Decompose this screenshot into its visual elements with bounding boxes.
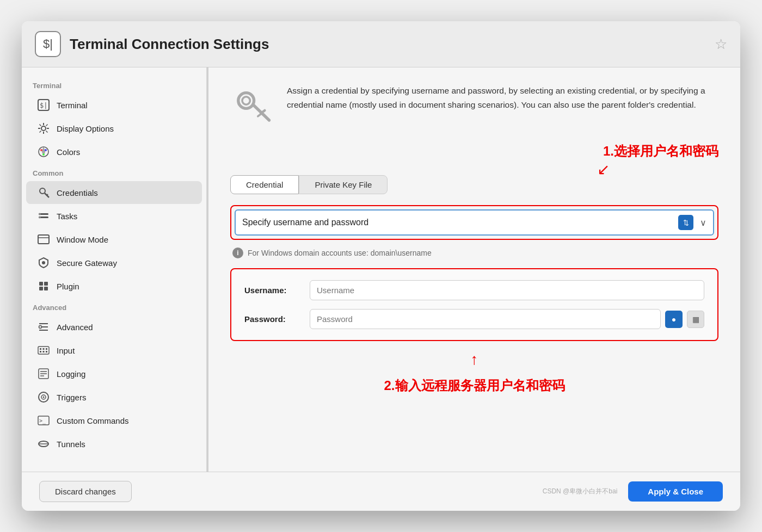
svg-rect-33 [38, 347, 49, 354]
arrow-2: ↑ [230, 351, 718, 368]
sidebar-item-colors[interactable]: Colors [26, 140, 202, 163]
hint-text: For Windows domain accounts use: domain\… [248, 249, 432, 257]
password-row: Password: ● ▦ [244, 309, 704, 329]
sidebar-item-label: Secure Gateway [57, 258, 117, 268]
sidebar-item-label: Plugin [57, 282, 79, 291]
sidebar-item-plugin[interactable]: Plugin [26, 275, 202, 298]
sidebar-item-label: Colors [57, 147, 80, 157]
dialog-header: $| Terminal Connection Settings ☆ [22, 21, 740, 67]
sidebar-item-label: Tunnels [57, 440, 85, 449]
dialog-footer: Discard changes CSDN @卑微小白并不bai Apply & … [22, 472, 740, 511]
sidebar-item-custom-commands[interactable]: >_ Custom Commands [26, 409, 202, 432]
info-icon: i [232, 248, 243, 258]
dropdown-label: Specify username and password [242, 218, 674, 227]
annotation-2-container: ↑ 2.输入远程服务器用户名和密码 [230, 347, 718, 394]
svg-rect-39 [46, 351, 47, 352]
sidebar-item-secure-gateway[interactable]: Secure Gateway [26, 251, 202, 274]
svg-line-17 [47, 194, 48, 195]
discard-button[interactable]: Discard changes [39, 481, 132, 502]
sidebar-item-label: Credentials [57, 188, 98, 197]
key-icon-container [230, 84, 274, 127]
svg-rect-37 [40, 351, 41, 352]
sidebar-item-label: Triggers [57, 393, 86, 402]
svg-point-24 [42, 261, 45, 264]
intro-section: Assign a credential by specifying userna… [230, 84, 718, 127]
colors-icon [37, 145, 50, 158]
sidebar-item-label: Window Mode [57, 235, 108, 244]
password-extra-button[interactable]: ▦ [687, 311, 704, 328]
sidebar-item-label: Display Options [57, 124, 114, 133]
credentials-form: Username: Password: ● ▦ [230, 268, 718, 341]
svg-line-7 [40, 125, 41, 126]
sidebar-item-input[interactable]: Input [26, 339, 202, 362]
sidebar-item-label: Advanced [57, 323, 93, 332]
svg-point-21 [39, 216, 41, 219]
intro-text: Assign a credential by specifying userna… [287, 84, 718, 112]
dropdown-control[interactable]: Specify username and password ⇅ ∨ [235, 209, 714, 236]
svg-point-14 [42, 153, 45, 156]
tab-annotation-area: 1.选择用户名和密码 ↙ Credential Private Key File [230, 143, 718, 205]
tab-private-key-file[interactable]: Private Key File [299, 175, 388, 194]
svg-rect-34 [40, 348, 41, 350]
dialog-body: Terminal $| Terminal [22, 67, 740, 472]
dropdown-spinner-icon: ⇅ [678, 215, 693, 230]
tab-credential[interactable]: Credential [230, 175, 299, 194]
svg-point-19 [39, 213, 41, 215]
sidebar-item-advanced[interactable]: Advanced [26, 316, 202, 338]
password-label: Password: [244, 314, 310, 324]
svg-line-55 [258, 113, 262, 116]
sidebar: Terminal $| Terminal [22, 67, 207, 472]
tunnels-icon [37, 437, 50, 450]
apply-close-button[interactable]: Apply & Close [628, 481, 723, 502]
svg-rect-27 [39, 287, 43, 290]
key-icon [232, 86, 272, 125]
sidebar-item-label: Custom Commands [57, 416, 129, 425]
tab-row: Credential Private Key File [230, 175, 718, 194]
svg-rect-22 [38, 235, 49, 244]
svg-rect-35 [43, 348, 45, 350]
svg-point-13 [45, 149, 47, 151]
dropdown-section: Specify username and password ⇅ ∨ [230, 205, 718, 240]
display-options-icon [37, 122, 50, 135]
svg-line-10 [40, 131, 41, 133]
username-input[interactable] [310, 280, 704, 300]
svg-rect-28 [44, 287, 48, 290]
main-content: Assign a credential by specifying userna… [208, 67, 740, 472]
sidebar-item-triggers[interactable]: Triggers [26, 386, 202, 409]
sidebar-item-terminal[interactable]: $| Terminal [26, 94, 202, 116]
sidebar-section-advanced: Advanced [22, 298, 206, 315]
sidebar-item-credentials[interactable]: Credentials [26, 181, 202, 204]
svg-point-32 [39, 326, 42, 329]
sidebar-item-label: Input [57, 346, 75, 355]
watermark: CSDN @卑微小白并不bai [543, 487, 618, 496]
sidebar-item-label: Tasks [57, 212, 77, 221]
sidebar-item-label: Logging [57, 369, 85, 379]
sidebar-section-terminal: Terminal [22, 76, 206, 93]
sidebar-item-window-mode[interactable]: Window Mode [26, 228, 202, 251]
window-mode-icon [37, 233, 50, 246]
logging-icon [37, 367, 50, 380]
sidebar-item-logging[interactable]: Logging [26, 362, 202, 385]
password-input[interactable] [310, 309, 661, 329]
svg-rect-36 [46, 348, 47, 350]
sidebar-item-tunnels[interactable]: Tunnels [26, 432, 202, 455]
plugin-icon [37, 280, 50, 293]
sidebar-item-tasks[interactable]: Tasks [26, 205, 202, 227]
custom-commands-icon: >_ [37, 414, 50, 427]
dialog-container: $| Terminal Connection Settings ☆ Termin… [22, 21, 740, 511]
password-reveal-button[interactable]: ● [665, 311, 683, 328]
tasks-icon [37, 209, 50, 222]
footer-actions: Discard changes [39, 481, 132, 502]
favorite-icon[interactable]: ☆ [715, 36, 727, 53]
dropdown-arrow-icon: ∨ [700, 218, 706, 228]
credentials-icon [37, 186, 50, 199]
info-hint: i For Windows domain accounts use: domai… [230, 248, 718, 258]
svg-point-52 [242, 97, 250, 104]
svg-point-51 [238, 93, 254, 109]
svg-point-15 [40, 188, 45, 194]
svg-rect-25 [39, 282, 43, 286]
svg-rect-38 [43, 351, 45, 352]
password-field-group: ● ▦ [310, 309, 704, 329]
sidebar-item-display-options[interactable]: Display Options [26, 117, 202, 140]
sidebar-item-label: Terminal [57, 101, 88, 110]
